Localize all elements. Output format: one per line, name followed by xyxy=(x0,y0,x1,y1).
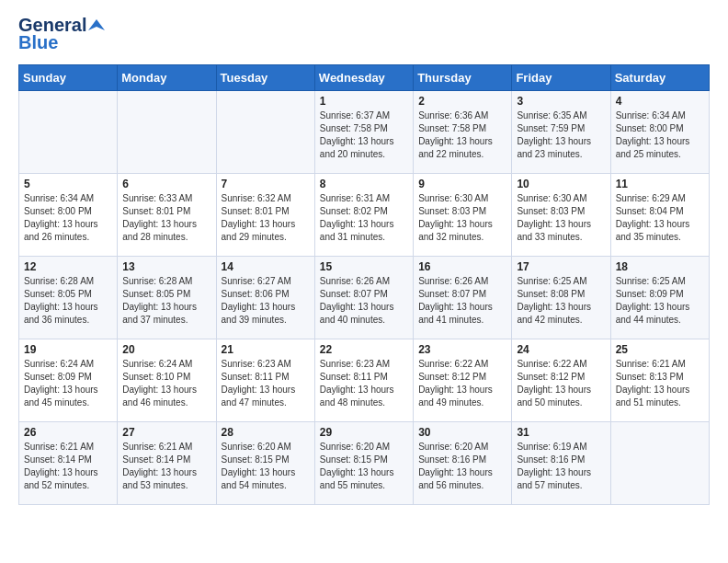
day-number: 29 xyxy=(320,426,408,439)
calendar-cell: 31Sunrise: 6:19 AM Sunset: 8:16 PM Dayli… xyxy=(512,422,610,505)
calendar-cell: 15Sunrise: 6:26 AM Sunset: 8:07 PM Dayli… xyxy=(314,257,413,339)
col-header-saturday: Saturday xyxy=(610,65,709,91)
day-info: Sunrise: 6:35 AM Sunset: 7:59 PM Dayligh… xyxy=(517,109,605,161)
calendar-cell: 10Sunrise: 6:30 AM Sunset: 8:03 PM Dayli… xyxy=(512,174,610,257)
day-number: 1 xyxy=(320,95,408,108)
day-info: Sunrise: 6:32 AM Sunset: 8:01 PM Dayligh… xyxy=(222,192,310,244)
col-header-sunday: Sunday xyxy=(19,65,118,91)
calendar-cell: 29Sunrise: 6:20 AM Sunset: 8:15 PM Dayli… xyxy=(314,422,413,505)
day-number: 4 xyxy=(616,95,704,108)
day-info: Sunrise: 6:21 AM Sunset: 8:14 PM Dayligh… xyxy=(24,441,112,492)
day-info: Sunrise: 6:24 AM Sunset: 8:10 PM Dayligh… xyxy=(122,358,210,409)
calendar-cell: 4Sunrise: 6:34 AM Sunset: 8:00 PM Daylig… xyxy=(610,91,709,174)
day-info: Sunrise: 6:33 AM Sunset: 8:01 PM Dayligh… xyxy=(122,192,210,244)
calendar-cell: 5Sunrise: 6:34 AM Sunset: 8:00 PM Daylig… xyxy=(19,174,118,257)
day-info: Sunrise: 6:29 AM Sunset: 8:04 PM Dayligh… xyxy=(616,192,704,244)
calendar-table: SundayMondayTuesdayWednesdayThursdayFrid… xyxy=(18,64,710,505)
col-header-thursday: Thursday xyxy=(414,65,512,91)
col-header-wednesday: Wednesday xyxy=(314,65,413,91)
day-number: 9 xyxy=(418,178,506,190)
day-info: Sunrise: 6:22 AM Sunset: 8:12 PM Dayligh… xyxy=(517,358,605,409)
calendar-cell: 2Sunrise: 6:36 AM Sunset: 7:58 PM Daylig… xyxy=(414,91,512,174)
calendar-cell xyxy=(610,422,709,505)
week-row-4: 19Sunrise: 6:24 AM Sunset: 8:09 PM Dayli… xyxy=(19,339,710,422)
day-number: 19 xyxy=(24,343,112,356)
calendar-cell: 30Sunrise: 6:20 AM Sunset: 8:16 PM Dayli… xyxy=(414,422,512,505)
day-number: 31 xyxy=(517,426,605,439)
day-number: 15 xyxy=(320,260,408,273)
day-info: Sunrise: 6:26 AM Sunset: 8:07 PM Dayligh… xyxy=(320,275,408,327)
logo-bird-icon xyxy=(88,17,105,34)
day-number: 18 xyxy=(616,260,704,273)
day-info: Sunrise: 6:24 AM Sunset: 8:09 PM Dayligh… xyxy=(24,358,112,409)
day-info: Sunrise: 6:23 AM Sunset: 8:11 PM Dayligh… xyxy=(222,358,310,409)
day-info: Sunrise: 6:21 AM Sunset: 8:13 PM Dayligh… xyxy=(616,358,704,409)
calendar-cell: 22Sunrise: 6:23 AM Sunset: 8:11 PM Dayli… xyxy=(314,339,413,422)
day-info: Sunrise: 6:21 AM Sunset: 8:14 PM Dayligh… xyxy=(122,441,210,492)
calendar-cell: 28Sunrise: 6:20 AM Sunset: 8:15 PM Dayli… xyxy=(216,422,314,505)
calendar-cell: 23Sunrise: 6:22 AM Sunset: 8:12 PM Dayli… xyxy=(414,339,512,422)
day-info: Sunrise: 6:31 AM Sunset: 8:02 PM Dayligh… xyxy=(320,192,408,244)
calendar-cell: 24Sunrise: 6:22 AM Sunset: 8:12 PM Dayli… xyxy=(512,339,610,422)
day-info: Sunrise: 6:20 AM Sunset: 8:15 PM Dayligh… xyxy=(222,441,310,492)
day-number: 24 xyxy=(517,343,605,356)
calendar-cell: 19Sunrise: 6:24 AM Sunset: 8:09 PM Dayli… xyxy=(19,339,118,422)
day-info: Sunrise: 6:37 AM Sunset: 7:58 PM Dayligh… xyxy=(320,109,408,161)
day-number: 17 xyxy=(517,260,605,273)
day-number: 28 xyxy=(222,426,310,439)
calendar-cell: 25Sunrise: 6:21 AM Sunset: 8:13 PM Dayli… xyxy=(610,339,709,422)
day-info: Sunrise: 6:30 AM Sunset: 8:03 PM Dayligh… xyxy=(418,192,506,244)
day-info: Sunrise: 6:25 AM Sunset: 8:08 PM Dayligh… xyxy=(517,275,605,327)
day-number: 27 xyxy=(122,426,210,439)
day-number: 12 xyxy=(24,260,112,273)
day-info: Sunrise: 6:23 AM Sunset: 8:11 PM Dayligh… xyxy=(320,358,408,409)
day-info: Sunrise: 6:34 AM Sunset: 8:00 PM Dayligh… xyxy=(24,192,112,244)
calendar-cell: 14Sunrise: 6:27 AM Sunset: 8:06 PM Dayli… xyxy=(216,257,314,339)
day-info: Sunrise: 6:25 AM Sunset: 8:09 PM Dayligh… xyxy=(616,275,704,327)
calendar-cell: 27Sunrise: 6:21 AM Sunset: 8:14 PM Dayli… xyxy=(118,422,216,505)
calendar-cell: 13Sunrise: 6:28 AM Sunset: 8:05 PM Dayli… xyxy=(118,257,216,339)
col-header-friday: Friday xyxy=(512,65,610,91)
calendar-cell: 17Sunrise: 6:25 AM Sunset: 8:08 PM Dayli… xyxy=(512,257,610,339)
day-number: 2 xyxy=(418,95,506,108)
col-header-tuesday: Tuesday xyxy=(216,65,314,91)
calendar-cell: 6Sunrise: 6:33 AM Sunset: 8:01 PM Daylig… xyxy=(118,174,216,257)
calendar-cell xyxy=(19,91,118,174)
calendar-cell: 8Sunrise: 6:31 AM Sunset: 8:02 PM Daylig… xyxy=(314,174,413,257)
calendar-cell xyxy=(216,91,314,174)
day-info: Sunrise: 6:28 AM Sunset: 8:05 PM Dayligh… xyxy=(122,275,210,327)
calendar-cell: 11Sunrise: 6:29 AM Sunset: 8:04 PM Dayli… xyxy=(610,174,709,257)
calendar-cell: 7Sunrise: 6:32 AM Sunset: 8:01 PM Daylig… xyxy=(216,174,314,257)
day-number: 11 xyxy=(616,178,704,190)
svg-marker-0 xyxy=(88,19,105,30)
calendar-cell: 16Sunrise: 6:26 AM Sunset: 8:07 PM Dayli… xyxy=(414,257,512,339)
logo: General Blue xyxy=(18,15,105,53)
day-number: 30 xyxy=(418,426,506,439)
day-number: 23 xyxy=(418,343,506,356)
calendar-cell: 9Sunrise: 6:30 AM Sunset: 8:03 PM Daylig… xyxy=(414,174,512,257)
col-header-monday: Monday xyxy=(118,65,216,91)
day-info: Sunrise: 6:34 AM Sunset: 8:00 PM Dayligh… xyxy=(616,109,704,161)
week-row-1: 1Sunrise: 6:37 AM Sunset: 7:58 PM Daylig… xyxy=(19,91,710,174)
day-info: Sunrise: 6:26 AM Sunset: 8:07 PM Dayligh… xyxy=(418,275,506,327)
day-number: 8 xyxy=(320,178,408,190)
day-number: 6 xyxy=(122,178,210,190)
week-row-3: 12Sunrise: 6:28 AM Sunset: 8:05 PM Dayli… xyxy=(19,257,710,339)
day-number: 22 xyxy=(320,343,408,356)
day-number: 3 xyxy=(517,95,605,108)
day-number: 7 xyxy=(222,178,310,190)
header-row: SundayMondayTuesdayWednesdayThursdayFrid… xyxy=(19,65,710,91)
day-number: 13 xyxy=(122,260,210,273)
day-info: Sunrise: 6:22 AM Sunset: 8:12 PM Dayligh… xyxy=(418,358,506,409)
day-number: 14 xyxy=(222,260,310,273)
calendar-cell xyxy=(118,91,216,174)
day-number: 5 xyxy=(24,178,112,190)
page-header: General Blue xyxy=(18,15,710,53)
calendar-cell: 12Sunrise: 6:28 AM Sunset: 8:05 PM Dayli… xyxy=(19,257,118,339)
day-number: 16 xyxy=(418,260,506,273)
calendar-cell: 21Sunrise: 6:23 AM Sunset: 8:11 PM Dayli… xyxy=(216,339,314,422)
day-info: Sunrise: 6:19 AM Sunset: 8:16 PM Dayligh… xyxy=(517,441,605,492)
calendar-cell: 3Sunrise: 6:35 AM Sunset: 7:59 PM Daylig… xyxy=(512,91,610,174)
day-info: Sunrise: 6:36 AM Sunset: 7:58 PM Dayligh… xyxy=(418,109,506,161)
day-info: Sunrise: 6:28 AM Sunset: 8:05 PM Dayligh… xyxy=(24,275,112,327)
